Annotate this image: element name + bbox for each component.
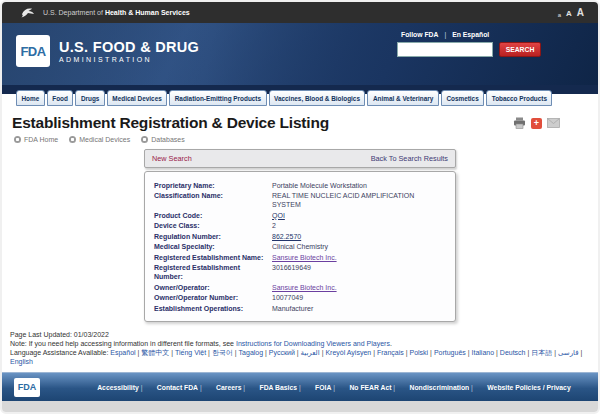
hhs-top-bar: U.S. Department of Health & Human Servic… [2, 2, 598, 23]
en-espanol-link[interactable]: En Español [452, 31, 489, 38]
header-links: Follow FDA | En Español [401, 31, 543, 38]
field-label: Classification Name: [154, 191, 272, 209]
breadcrumb-label: Medical Devices [79, 136, 130, 143]
field-value: REAL TIME NUCLEIC ACID AMPLIFICATION SYS… [272, 191, 424, 209]
note-prefix: Note: If you need help accessing informa… [10, 340, 236, 347]
lang-farsi-link[interactable]: فارسی [558, 349, 582, 356]
font-size-controls: a A A [558, 7, 584, 18]
detail-row-regulation-number: Regulation Number: 862.2570 [154, 232, 446, 241]
back-to-search-results-link[interactable]: Back To Search Results [371, 154, 448, 163]
footer-fda-logo[interactable]: FDA [14, 378, 40, 397]
header-search-area: Follow FDA | En Español SEARCH [397, 31, 543, 57]
field-value: 10077049 [272, 293, 303, 302]
detail-row-owner-operator: Owner/Operator: Sansure Biotech Inc. [154, 283, 446, 292]
footer-link-contact-fda[interactable]: Contact FDA [157, 384, 202, 391]
breadcrumb-bullet-icon [69, 136, 76, 143]
fda-logo-group[interactable]: FDA U.S. FOOD & DRUG ADMINISTRATION [16, 35, 199, 67]
field-label: Product Code: [154, 211, 272, 220]
print-icon[interactable] [513, 117, 526, 129]
font-size-medium-button[interactable]: A [566, 9, 572, 18]
detail-row-establishment-operations: Establishment Operations: Manufacturer [154, 304, 446, 313]
field-value: Portable Molecule Workstation [272, 181, 367, 190]
field-label: Owner/Operator Number: [154, 293, 272, 302]
tab-animal-veterinary[interactable]: Animal & Veterinary [367, 90, 438, 106]
tab-home[interactable]: Home [16, 90, 45, 106]
tab-vaccines-blood-biologics[interactable]: Vaccines, Blood & Biologics [269, 90, 366, 106]
viewers-players-link[interactable]: Instructions for Downloading Viewers and… [236, 340, 390, 347]
lang-korean-link[interactable]: 한국어 [212, 349, 239, 356]
footer-link-no-fear-act[interactable]: No FEAR Act [349, 384, 395, 391]
breadcrumb-databases[interactable]: Databases [141, 136, 184, 143]
lang-french-link[interactable]: Français [377, 349, 410, 356]
breadcrumb-fda-home[interactable]: FDA Home [14, 136, 58, 143]
field-label: Regulation Number: [154, 232, 272, 241]
search-button[interactable]: SEARCH [499, 42, 541, 57]
breadcrumb-bullet-icon [141, 136, 148, 143]
lang-kreyol-link[interactable]: Kreyòl Ayisyen [325, 349, 377, 356]
file-formats-note: Note: If you need help accessing informa… [10, 339, 598, 348]
tab-food[interactable]: Food [47, 90, 74, 106]
field-label: Proprietary Name: [154, 181, 272, 190]
device-detail-panel: Proprietary Name: Portable Molecule Work… [144, 171, 456, 322]
font-size-large-button[interactable]: A [577, 7, 584, 18]
lang-portuguese-link[interactable]: Português [434, 349, 472, 356]
hhs-label: U.S. Department of Health & Human Servic… [43, 9, 190, 16]
breadcrumb: FDA Home Medical Devices Databases [2, 133, 598, 147]
field-value: 3016619649 [272, 263, 311, 281]
fda-logo[interactable]: FDA [16, 35, 50, 67]
page-title: Establishment Registration & Device List… [12, 114, 329, 132]
page-footer-text: Page Last Updated: 01/03/2022 Note: If y… [2, 322, 598, 366]
font-size-small-button[interactable]: a [558, 12, 561, 18]
regulation-number-link[interactable]: 862.2570 [272, 232, 301, 241]
field-label: Establishment Operations: [154, 304, 272, 313]
hhs-label-bold: Health & Human Services [105, 9, 190, 16]
footer-link-careers[interactable]: Careers [216, 384, 245, 391]
hhs-label-prefix: U.S. Department of [43, 9, 103, 16]
email-envelope-icon[interactable] [547, 118, 560, 128]
footer-link-accessibility[interactable]: Accessibility [97, 384, 142, 391]
field-label: Registered Establishment Number: [154, 263, 272, 281]
new-search-link[interactable]: New Search [152, 154, 192, 163]
breadcrumb-bullet-icon [14, 136, 21, 143]
field-label: Device Class: [154, 221, 272, 230]
search-input[interactable] [397, 42, 493, 57]
lang-polish-link[interactable]: Polski [409, 349, 433, 356]
detail-row-proprietary-name: Proprietary Name: Portable Molecule Work… [154, 181, 446, 190]
follow-fda-link[interactable]: Follow FDA [401, 31, 438, 38]
footer-link-website-policies-privacy[interactable]: Website Policies / Privacy [487, 384, 570, 391]
lang-arabic-link[interactable]: العربية [301, 349, 326, 356]
detail-row-medical-specialty: Medical Specialty: Clinical Chemistry [154, 242, 446, 251]
lang-chinese-link[interactable]: 繁體中文 [141, 349, 175, 356]
lang-tagalog-link[interactable]: Tagalog [239, 349, 269, 356]
footer-link-nondiscrimination[interactable]: Nondiscrimination [410, 384, 473, 391]
lang-espanol-link[interactable]: Español [110, 349, 141, 356]
registered-establishment-name-link[interactable]: Sansure Biotech Inc. [272, 253, 337, 262]
fda-org-name: U.S. FOOD & DRUG ADMINISTRATION [59, 39, 199, 63]
share-plus-icon[interactable]: + [531, 118, 542, 129]
footer-link-fda-basics[interactable]: FDA Basics [260, 384, 301, 391]
title-row: Establishment Registration & Device List… [2, 106, 598, 133]
search-row: SEARCH [397, 42, 543, 57]
lang-japanese-link[interactable]: 日本語 [531, 349, 558, 356]
field-value: Manufacturer [272, 304, 313, 313]
tab-drugs[interactable]: Drugs [75, 90, 104, 106]
tab-medical-devices[interactable]: Medical Devices [107, 90, 167, 106]
lang-vietnamese-link[interactable]: Tiếng Việt [175, 349, 212, 356]
results-toolbar: New Search Back To Search Results [144, 149, 456, 168]
footer-link-foia[interactable]: FOIA [315, 384, 335, 391]
breadcrumb-medical-devices[interactable]: Medical Devices [69, 136, 130, 143]
lang-german-link[interactable]: Deutsch [500, 349, 531, 356]
hhs-eagle-icon [20, 6, 35, 19]
lang-russian-link[interactable]: Русский [269, 349, 301, 356]
detail-row-registered-establishment-number: Registered Establishment Number: 3016619… [154, 263, 446, 281]
owner-operator-link[interactable]: Sansure Biotech Inc. [272, 283, 337, 292]
tab-radiation-emitting-products[interactable]: Radiation-Emitting Products [169, 90, 266, 106]
header-links-divider: | [444, 31, 446, 38]
field-value: 2 [272, 221, 276, 230]
lang-italian-link[interactable]: Italiano [472, 349, 500, 356]
tab-cosmetics[interactable]: Cosmetics [441, 90, 484, 106]
lang-english-link[interactable]: English [10, 358, 33, 365]
detail-row-product-code: Product Code: QOI [154, 211, 446, 220]
tab-tobacco-products[interactable]: Tobacco Products [486, 90, 552, 106]
product-code-link[interactable]: QOI [272, 211, 285, 220]
